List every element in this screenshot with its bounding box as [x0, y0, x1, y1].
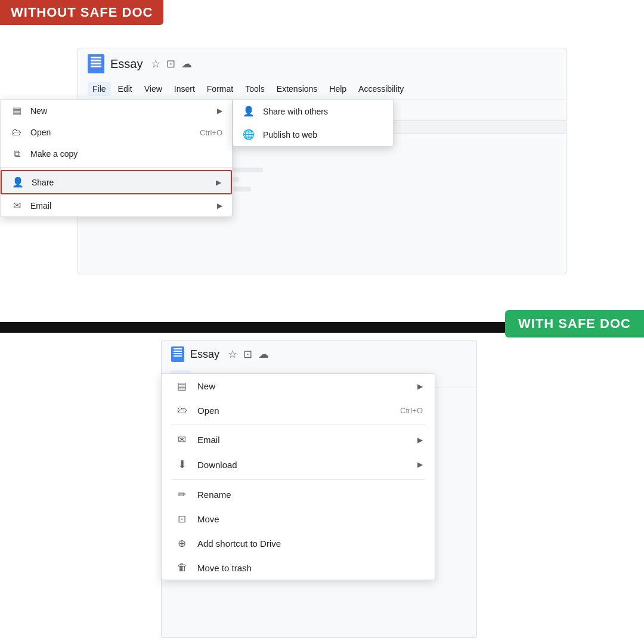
email-arrow-top: ▶ [217, 202, 222, 210]
title-bar-bottom: Essay ☆ ⊡ ☁ [162, 340, 476, 368]
title-icons-top: ☆ ⊡ ☁ [151, 57, 192, 70]
dd-add-shortcut-icon: ⊕ [174, 537, 190, 550]
share-others-label: Share with others [263, 107, 328, 116]
open-icon-top: 🗁 [10, 127, 23, 138]
dd-move-label: Move [197, 514, 219, 524]
submenu-share-others[interactable]: 👤 Share with others [233, 100, 393, 123]
email-icon-top: ✉ [10, 200, 23, 211]
dropdown-item-open-top[interactable]: 🗁 Open Ctrl+O [1, 122, 232, 143]
divider-1-top [1, 167, 232, 168]
dd-new-arrow: ▶ [417, 382, 423, 391]
doc-title-top: Essay [110, 57, 143, 71]
dd-download-arrow: ▶ [417, 460, 423, 469]
dd-trash-label: Move to trash [197, 563, 252, 573]
with-safe-doc-banner: WITH SAFE DOC [505, 310, 644, 338]
star-icon-top[interactable]: ☆ [151, 57, 160, 70]
submenu-publish-web[interactable]: 🌐 Publish to web [233, 123, 393, 146]
menu-accessibility-top[interactable]: Accessibility [354, 82, 408, 96]
menu-tools-top[interactable]: Tools [240, 82, 270, 96]
menu-help-top[interactable]: Help [324, 82, 351, 96]
dropdown-item-new-top[interactable]: ▤ New ▶ [1, 100, 232, 122]
dd-trash-icon: 🗑 [174, 562, 190, 574]
dd-item-trash[interactable]: 🗑 Move to trash [162, 556, 435, 580]
without-safe-doc-banner: WITHOUT SAFE DOC [0, 0, 163, 25]
copy-icon-top: ⧉ [10, 148, 23, 159]
dropdown-bottom: ▤ New ▶ 🗁 Open Ctrl+O ✉ Email ▶ ⬇ Downlo… [161, 373, 435, 580]
dd-new-icon: ▤ [174, 380, 190, 392]
title-bar-top: Essay ☆ ⊡ ☁ [78, 48, 566, 79]
dd-add-shortcut-label: Add shortcut to Drive [197, 538, 281, 549]
dd-item-email[interactable]: ✉ Email ▶ [162, 428, 435, 452]
menu-insert-top[interactable]: Insert [169, 82, 200, 96]
menu-format-top[interactable]: Format [202, 82, 238, 96]
dd-item-new[interactable]: ▤ New ▶ [162, 374, 435, 398]
new-doc-icon-top: ▤ [10, 105, 23, 116]
dd-rename-icon: ✏ [174, 488, 190, 501]
share-label-top: Share [32, 178, 54, 187]
dd-item-download[interactable]: ⬇ Download ▶ [162, 452, 435, 477]
dd-download-icon: ⬇ [174, 458, 190, 471]
dd-divider-1 [171, 425, 425, 425]
dd-new-label: New [197, 381, 215, 391]
menu-bar-top: File Edit View Insert Format Tools Exten… [78, 79, 566, 100]
dropdown-without: ▤ New ▶ 🗁 Open Ctrl+O ⧉ Make a copy 👤 Sh… [0, 99, 233, 217]
dd-item-add-shortcut[interactable]: ⊕ Add shortcut to Drive [162, 531, 435, 556]
open-label-top: Open [30, 128, 51, 137]
folder-icon-top[interactable]: ⊡ [166, 57, 175, 70]
folder-icon-bottom[interactable]: ⊡ [243, 348, 252, 361]
cloud-icon-bottom[interactable]: ☁ [258, 348, 269, 361]
menu-extensions-top[interactable]: Extensions [272, 82, 322, 96]
open-shortcut-top: Ctrl+O [200, 128, 222, 137]
dd-open-label: Open [197, 405, 219, 416]
share-others-icon: 👤 [243, 106, 257, 117]
dd-open-icon: 🗁 [174, 404, 190, 416]
dropdown-item-email-top[interactable]: ✉ Email ▶ [1, 194, 232, 216]
copy-label-top: Make a copy [30, 149, 78, 159]
doc-title-bottom: Essay [190, 348, 219, 361]
menu-view-top[interactable]: View [140, 82, 167, 96]
submenu-share-top: 👤 Share with others 🌐 Publish to web [233, 99, 394, 147]
doc-icon-bottom [171, 346, 184, 362]
email-label-top: Email [30, 201, 51, 210]
doc-icon-top [88, 54, 104, 73]
dd-open-shortcut: Ctrl+O [400, 406, 423, 415]
publish-web-label: Publish to web [263, 130, 317, 140]
star-icon-bottom[interactable]: ☆ [228, 348, 237, 361]
dropdown-item-copy-top[interactable]: ⧉ Make a copy [1, 143, 232, 165]
dd-email-arrow: ▶ [417, 436, 423, 444]
dropdown-item-share-top[interactable]: 👤 Share ▶ [1, 170, 232, 194]
dd-rename-label: Rename [197, 490, 231, 500]
dd-divider-2 [171, 479, 425, 480]
dd-email-label: Email [197, 435, 220, 445]
dd-item-rename[interactable]: ✏ Rename [162, 482, 435, 507]
share-arrow-top: ▶ [216, 178, 221, 187]
new-arrow-top: ▶ [217, 107, 222, 115]
new-label-top: New [30, 106, 47, 116]
publish-web-icon: 🌐 [243, 129, 257, 140]
menu-edit-top[interactable]: Edit [113, 82, 137, 96]
dd-download-label: Download [197, 460, 237, 470]
menu-file-top[interactable]: File [88, 82, 111, 96]
dd-email-icon: ✉ [174, 434, 190, 446]
dd-move-icon: ⊡ [174, 513, 190, 525]
dd-item-open[interactable]: 🗁 Open Ctrl+O [162, 398, 435, 422]
share-icon-top: 👤 [11, 177, 24, 188]
title-icons-bottom: ☆ ⊡ ☁ [228, 348, 269, 361]
cloud-icon-top[interactable]: ☁ [181, 57, 192, 70]
dd-item-move[interactable]: ⊡ Move [162, 507, 435, 531]
